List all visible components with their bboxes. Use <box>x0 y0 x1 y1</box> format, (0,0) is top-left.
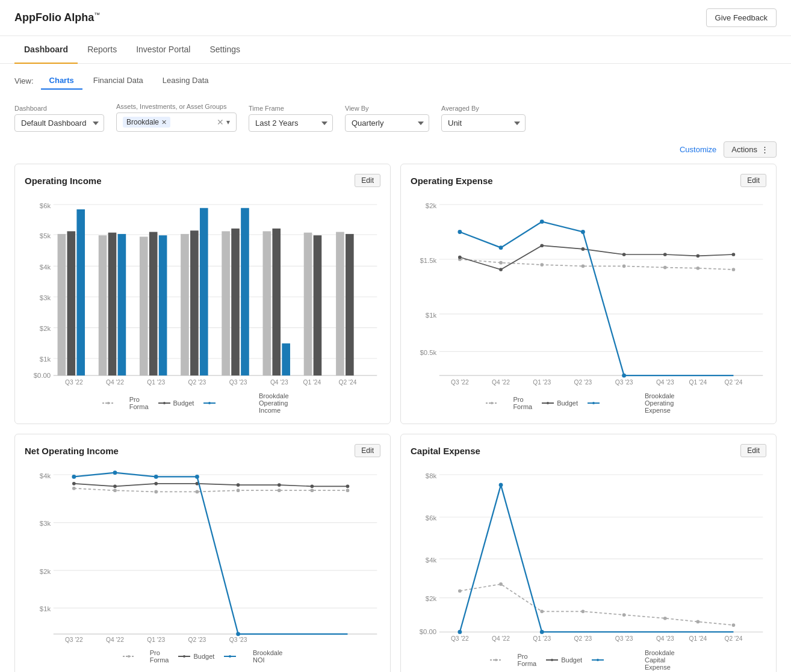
svg-text:Q2 '23: Q2 '23 <box>188 379 206 386</box>
svg-text:$2k: $2k <box>426 596 437 603</box>
svg-point-109 <box>311 489 314 493</box>
charts-grid: Operating Income Edit $6k $5k $4k $3k $2… <box>0 164 791 672</box>
svg-point-71 <box>622 253 626 256</box>
view-bar: View: Charts Financial Data Leasing Data <box>0 64 791 98</box>
viewby-select[interactable]: Quarterly <box>345 114 429 132</box>
viewby-filter: View By Quarterly <box>345 105 429 132</box>
svg-text:$1k: $1k <box>426 312 437 319</box>
svg-point-49 <box>208 402 211 404</box>
svg-text:$1.5k: $1.5k <box>420 257 436 264</box>
operating-expense-header: Operating Expense Edit <box>411 174 766 187</box>
svg-rect-32 <box>304 233 312 376</box>
svg-point-167 <box>551 659 553 661</box>
svg-rect-29 <box>263 231 271 375</box>
legend-budget-noi: Budget <box>178 649 214 664</box>
svg-point-72 <box>663 253 667 256</box>
operating-expense-title: Operating Expense <box>411 176 493 186</box>
svg-point-117 <box>311 485 314 489</box>
svg-rect-23 <box>181 234 189 375</box>
svg-text:$5k: $5k <box>40 232 51 239</box>
svg-point-103 <box>72 487 76 490</box>
svg-text:Q3 '23: Q3 '23 <box>229 379 247 386</box>
operating-expense-card: Operating Expense Edit $2k $1.5k $1k $0.… <box>400 164 777 424</box>
svg-text:Q1 '24: Q1 '24 <box>689 379 707 386</box>
net-operating-income-title: Net Operating Income <box>25 446 119 456</box>
svg-point-169 <box>597 659 599 661</box>
legend-brookdale-ce: Brookdale Capital Expense <box>592 649 687 671</box>
svg-text:$4k: $4k <box>40 472 51 479</box>
asset-tag-remove[interactable]: ✕ <box>161 119 167 126</box>
svg-point-107 <box>237 489 240 493</box>
svg-text:Q2 '23: Q2 '23 <box>574 635 592 642</box>
svg-rect-27 <box>231 229 240 375</box>
svg-text:Q3 '22: Q3 '22 <box>451 635 469 642</box>
nav-item-settings[interactable]: Settings <box>200 36 250 64</box>
averagedby-select[interactable]: Unit <box>441 114 526 132</box>
svg-point-116 <box>278 483 281 487</box>
tab-charts[interactable]: Charts <box>41 72 82 90</box>
svg-text:$4k: $4k <box>40 264 51 271</box>
svg-point-119 <box>72 475 76 479</box>
svg-text:$3k: $3k <box>40 294 51 301</box>
svg-point-149 <box>622 613 626 617</box>
customize-link[interactable]: Customize <box>680 145 716 154</box>
svg-text:Q2 '23: Q2 '23 <box>574 379 592 386</box>
svg-rect-35 <box>346 234 354 375</box>
nav-item-dashboard[interactable]: Dashboard <box>14 36 78 64</box>
svg-point-66 <box>732 268 736 271</box>
svg-point-79 <box>622 374 626 378</box>
operating-income-chart: $6k $5k $4k $3k $2k $1k $0.00 <box>25 194 380 387</box>
capital-expense-edit-button[interactable]: Edit <box>740 444 766 457</box>
tab-leasing-data[interactable]: Leasing Data <box>154 72 217 90</box>
capital-expense-chart: $8k $6k $4k $2k $0.00 <box>411 464 766 644</box>
svg-rect-28 <box>241 208 249 375</box>
operating-expense-edit-button[interactable]: Edit <box>740 174 766 187</box>
svg-rect-20 <box>140 236 148 375</box>
filters-bar: Dashboard Default Dashboard Assets, Inve… <box>0 98 791 139</box>
timeframe-filter: Time Frame Last 2 Years <box>249 105 333 132</box>
net-operating-income-chart: $4k $3k $2k $1k <box>25 464 380 644</box>
legend-proforma: Pro Forma <box>102 392 149 414</box>
dashboard-select[interactable]: Default Dashboard <box>14 114 104 132</box>
net-operating-income-header: Net Operating Income Edit <box>25 444 380 457</box>
nav-item-reports[interactable]: Reports <box>78 36 126 64</box>
timeframe-select[interactable]: Last 2 Years <box>249 114 333 132</box>
svg-rect-19 <box>118 234 126 375</box>
svg-text:Q2 '23: Q2 '23 <box>188 637 206 644</box>
svg-text:Q2 '24: Q2 '24 <box>725 379 743 386</box>
actions-button[interactable]: Actions ⋮ <box>724 141 777 158</box>
svg-point-132 <box>183 655 185 658</box>
svg-point-145 <box>458 590 462 593</box>
svg-point-110 <box>346 489 350 493</box>
nav-item-investor-portal[interactable]: Investor Portal <box>126 36 200 64</box>
svg-rect-17 <box>99 235 107 375</box>
svg-point-154 <box>499 483 503 487</box>
svg-point-104 <box>113 489 117 493</box>
legend-brookdale-oe: Brookdale Operating Expense <box>588 392 691 414</box>
app-header: AppFolio Alpha™ Give Feedback <box>0 0 791 36</box>
svg-point-63 <box>622 264 626 268</box>
net-operating-income-edit-button[interactable]: Edit <box>355 444 380 457</box>
capital-expense-legend: Pro Forma Budget Brookdale Capital Expen… <box>411 649 766 671</box>
operating-income-edit-button[interactable]: Edit <box>355 174 380 187</box>
assets-input[interactable]: Brookdale ✕ ✕ ▾ <box>116 113 237 132</box>
tab-financial-data[interactable]: Financial Data <box>85 72 152 90</box>
svg-point-134 <box>229 655 231 658</box>
legend-proforma-oe: Pro Forma <box>486 392 532 414</box>
give-feedback-button[interactable]: Give Feedback <box>706 8 777 27</box>
svg-point-78 <box>581 230 585 234</box>
svg-text:$6k: $6k <box>426 514 437 522</box>
net-operating-income-legend: Pro Forma Budget Brookdale NOI <box>25 649 380 664</box>
svg-rect-15 <box>67 231 75 375</box>
main-nav: Dashboard Reports Investor Portal Settin… <box>0 36 791 64</box>
dashboard-filter-label: Dashboard <box>14 105 104 112</box>
svg-text:Q3 '23: Q3 '23 <box>615 379 633 386</box>
svg-rect-25 <box>200 208 208 375</box>
svg-point-45 <box>107 402 110 404</box>
svg-point-118 <box>346 485 350 489</box>
svg-point-77 <box>540 220 544 224</box>
asset-clear-icon[interactable]: ✕ <box>217 117 224 127</box>
asset-dropdown-icon[interactable]: ▾ <box>226 118 230 126</box>
svg-point-121 <box>154 475 158 479</box>
svg-rect-16 <box>76 209 85 375</box>
